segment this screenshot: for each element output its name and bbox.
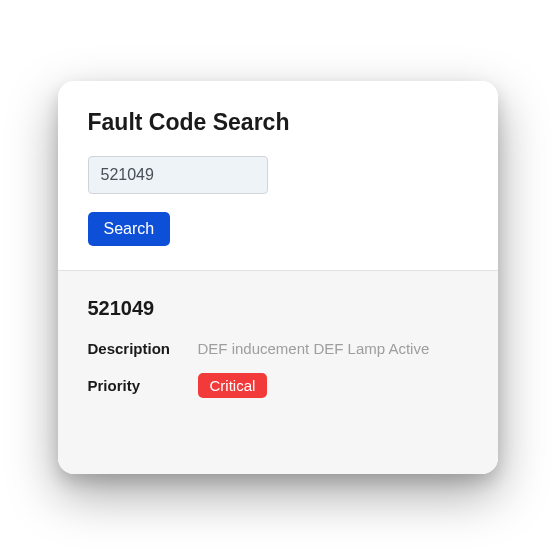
search-button[interactable]: Search	[88, 212, 171, 246]
priority-row: Priority Critical	[88, 373, 468, 398]
result-code: 521049	[88, 297, 468, 320]
description-label: Description	[88, 340, 198, 357]
search-section: Fault Code Search Search	[58, 81, 498, 270]
fault-code-card: Fault Code Search Search 521049 Descript…	[58, 81, 498, 474]
page-title: Fault Code Search	[88, 109, 468, 136]
fault-code-input[interactable]	[88, 156, 268, 194]
priority-badge: Critical	[198, 373, 268, 398]
description-row: Description DEF inducement DEF Lamp Acti…	[88, 340, 468, 357]
description-value: DEF inducement DEF Lamp Active	[198, 340, 430, 357]
priority-label: Priority	[88, 377, 198, 394]
result-section: 521049 Description DEF inducement DEF La…	[58, 271, 498, 474]
